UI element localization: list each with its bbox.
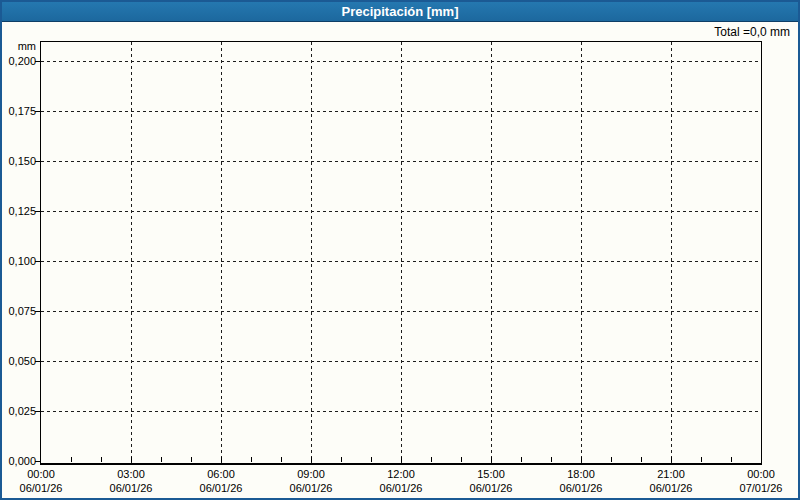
x-tick-time: 00:00 [716,467,800,481]
y-tick-label: 0,075 [2,305,36,318]
x-axis-minor-tick [611,457,612,462]
x-tick-time: 00:00 [0,467,86,481]
x-axis-minor-tick [341,457,342,462]
x-tick-label: 18:0006/01/26 [536,467,626,495]
x-tick-date: 06/01/26 [0,481,86,495]
x-axis-minor-tick [281,457,282,462]
x-tick-label: 09:0006/01/26 [266,467,356,495]
x-tick-label: 12:0006/01/26 [356,467,446,495]
x-axis-minor-tick [131,457,132,462]
x-axis-minor-tick [551,457,552,462]
x-axis-minor-tick [491,457,492,462]
y-tick-label: 0,200 [2,55,36,68]
x-axis-minor-tick [521,457,522,462]
x-gridline [131,42,132,463]
y-tick-label: 0,050 [2,355,36,368]
x-axis-minor-tick [71,457,72,462]
x-axis-minor-tick [641,457,642,462]
x-tick-label: 00:0006/01/26 [0,467,86,495]
x-axis-minor-tick [731,457,732,462]
y-axis-unit-label: mm [2,40,36,53]
x-gridline [491,42,492,463]
x-tick-date: 06/01/26 [446,481,536,495]
chart-title-bar: Precipitación [mm] [2,2,798,22]
x-axis-minor-tick [461,457,462,462]
x-axis-minor-tick [671,457,672,462]
x-tick-date: 06/01/26 [626,481,716,495]
x-axis-minor-tick [701,457,702,462]
x-tick-date: 07/01/26 [716,481,800,495]
y-tick-label: 0,150 [2,155,36,168]
y-tick-label: 0,025 [2,405,36,418]
chart-title: Precipitación [mm] [341,4,458,19]
x-tick-date: 06/01/26 [86,481,176,495]
x-tick-time: 09:00 [266,467,356,481]
x-tick-time: 03:00 [86,467,176,481]
y-tick-label: 0,125 [2,205,36,218]
x-axis-minor-tick [401,457,402,462]
x-tick-time: 15:00 [446,467,536,481]
x-tick-label: 15:0006/01/26 [446,467,536,495]
x-tick-time: 06:00 [176,467,266,481]
y-tick-label: 0,175 [2,105,36,118]
x-tick-date: 06/01/26 [536,481,626,495]
x-axis-minor-tick [251,457,252,462]
total-annotation: Total =0,0 mm [714,25,790,39]
x-gridline [221,42,222,463]
x-tick-time: 12:00 [356,467,446,481]
x-tick-time: 18:00 [536,467,626,481]
y-tick-label: 0,100 [2,255,36,268]
x-tick-date: 06/01/26 [356,481,446,495]
x-gridline [671,42,672,463]
chart-panel: Precipitación [mm] Total =0,0 mm mm 0,20… [0,0,800,500]
x-tick-label: 00:0007/01/26 [716,467,800,495]
x-axis-minor-tick [311,457,312,462]
x-tick-date: 06/01/26 [176,481,266,495]
x-gridline [311,42,312,463]
x-tick-label: 03:0006/01/26 [86,467,176,495]
x-axis-minor-tick [161,457,162,462]
x-gridline [581,42,582,463]
x-axis-minor-tick [191,457,192,462]
x-tick-time: 21:00 [626,467,716,481]
x-axis-minor-tick [371,457,372,462]
x-tick-label: 21:0006/01/26 [626,467,716,495]
x-axis-minor-tick [431,457,432,462]
x-axis-minor-tick [221,457,222,462]
x-axis-minor-tick [101,457,102,462]
x-axis-minor-tick [581,457,582,462]
x-tick-date: 06/01/26 [266,481,356,495]
x-gridline [401,42,402,463]
x-tick-label: 06:0006/01/26 [176,467,266,495]
